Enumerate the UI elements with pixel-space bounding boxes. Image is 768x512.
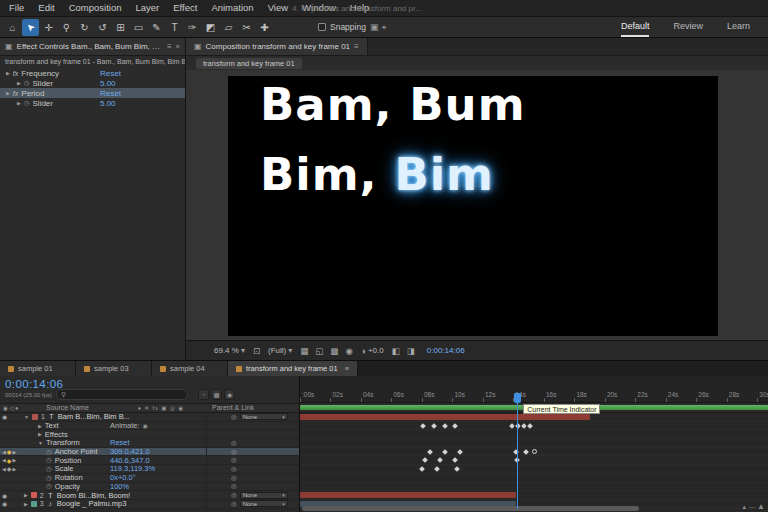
pen-tool[interactable]: ✎ bbox=[148, 19, 165, 36]
composition-viewport[interactable]: Bam, Bum Bim, Bim bbox=[186, 70, 768, 340]
reset-link[interactable]: Reset bbox=[100, 89, 121, 98]
visibility-icon[interactable]: ◉ bbox=[2, 492, 7, 499]
animate-add-icon[interactable]: ◉ bbox=[143, 422, 148, 429]
keyframe-diamond[interactable] bbox=[454, 466, 460, 472]
prev-keyframe-icon[interactable]: ◀ bbox=[2, 457, 6, 463]
menu-edit[interactable]: Edit bbox=[31, 0, 61, 16]
clone-stamp-tool[interactable]: ◩ bbox=[202, 19, 219, 36]
keyframe-diamond[interactable] bbox=[442, 423, 448, 429]
property-row[interactable]: ◷Opacity100%◎ bbox=[0, 483, 299, 492]
next-keyframe-icon[interactable]: ▶ bbox=[12, 449, 16, 455]
eraser-tool[interactable]: ▱ bbox=[220, 19, 237, 36]
zoom-out-icon[interactable] bbox=[741, 504, 747, 510]
timeline-tab[interactable]: sample 03 bbox=[76, 361, 152, 376]
keyframe-diamond[interactable] bbox=[431, 423, 437, 429]
timeline-tab[interactable]: sample 04 bbox=[152, 361, 228, 376]
property-value[interactable]: Reset bbox=[110, 438, 130, 447]
effect-row[interactable]: ▶fxFrequencyReset bbox=[0, 68, 185, 78]
layer-name[interactable]: Bam B...Bim, Bim B... bbox=[58, 412, 130, 421]
slider-value[interactable]: 5.00 bbox=[100, 79, 116, 88]
keyframe-diamond[interactable] bbox=[523, 449, 529, 455]
keyframe-diamond[interactable] bbox=[453, 457, 459, 463]
shy-layers-icon[interactable]: ◔ bbox=[198, 389, 209, 400]
keyframe-diamond[interactable] bbox=[453, 423, 459, 429]
timeline-ruler[interactable]: :00s02s04s06s08s10s12s14s16s18s20s22s24s… bbox=[300, 376, 768, 403]
menu-file[interactable]: File bbox=[2, 0, 31, 16]
viewer-timecode[interactable]: 0:00:14:06 bbox=[427, 346, 465, 355]
property-name[interactable]: Rotation bbox=[55, 473, 83, 482]
parent-dropdown[interactable]: None▾ bbox=[240, 492, 288, 499]
pickwhip-icon[interactable]: ◎ bbox=[231, 474, 237, 482]
hand-tool[interactable]: ✛ bbox=[40, 19, 57, 36]
prev-keyframe-icon[interactable]: ◀ bbox=[2, 449, 6, 455]
timeline-search-input[interactable] bbox=[56, 389, 188, 400]
menu-effect[interactable]: Effect bbox=[166, 0, 204, 16]
comp-nav-button[interactable]: transform and key frame 01 bbox=[196, 58, 302, 69]
stopwatch-icon[interactable]: ◷ bbox=[46, 456, 52, 464]
zoom-control[interactable]: 69.4 % bbox=[214, 346, 245, 355]
stopwatch-icon[interactable]: ◷ bbox=[24, 99, 30, 107]
shape-tool[interactable]: ▭ bbox=[130, 19, 147, 36]
keyframe-diamond[interactable] bbox=[427, 449, 433, 455]
panel-menu-icon[interactable]: ≡ bbox=[345, 364, 349, 373]
property-value[interactable]: 440.6,347.0 bbox=[110, 456, 150, 465]
transparency-grid-icon[interactable]: ▩ bbox=[330, 346, 338, 356]
puppet-pin-tool[interactable]: ✚ bbox=[256, 19, 273, 36]
rotation-tool[interactable]: ↺ bbox=[94, 19, 111, 36]
roto-brush-tool[interactable]: ✂ bbox=[238, 19, 255, 36]
property-value[interactable]: 100% bbox=[110, 482, 129, 491]
property-name[interactable]: Anchor Point bbox=[55, 447, 98, 456]
pickwhip-icon[interactable]: ◎ bbox=[231, 500, 237, 508]
stopwatch-icon[interactable]: ◷ bbox=[46, 465, 52, 473]
slider-value[interactable]: 5.00 bbox=[100, 99, 116, 108]
camera-icon[interactable]: ◉ bbox=[345, 346, 352, 356]
pickwhip-icon[interactable]: ◎ bbox=[231, 482, 237, 490]
twirl-icon[interactable]: ▼ bbox=[24, 414, 29, 420]
keyframe-circle[interactable] bbox=[532, 449, 537, 454]
zoom-tool[interactable]: ⚲ bbox=[58, 19, 75, 36]
selection-tool[interactable]: ➤ bbox=[22, 19, 39, 36]
exposure-control[interactable]: +0.0 bbox=[361, 346, 384, 356]
next-keyframe-icon[interactable]: ▶ bbox=[12, 466, 16, 472]
snapping-checkbox[interactable] bbox=[318, 23, 326, 31]
type-tool[interactable]: T bbox=[166, 19, 183, 36]
snap-to-guides-icon[interactable]: ⌖ bbox=[381, 22, 386, 33]
pickwhip-icon[interactable]: ◎ bbox=[231, 456, 237, 464]
keyframe-diamond[interactable] bbox=[437, 457, 443, 463]
horizontal-scrollbar[interactable] bbox=[302, 506, 639, 511]
twirl-icon[interactable]: ▶ bbox=[24, 501, 28, 507]
property-value[interactable]: 309.0,421.0 bbox=[110, 447, 150, 456]
channels-icon[interactable]: ◨ bbox=[407, 346, 415, 356]
property-name[interactable]: Scale bbox=[55, 464, 74, 473]
twirl-icon[interactable]: ▶ bbox=[17, 100, 21, 106]
home-tool[interactable]: ⌂ bbox=[4, 19, 21, 36]
pickwhip-icon[interactable]: ◎ bbox=[231, 491, 237, 499]
property-row[interactable]: ◷Rotation0x+0.0°◎ bbox=[0, 474, 299, 483]
property-row[interactable]: ▶Effects bbox=[0, 430, 299, 439]
label-chip[interactable] bbox=[31, 501, 37, 507]
layer-duration-bar[interactable] bbox=[300, 492, 516, 498]
composition-canvas[interactable]: Bam, Bum Bim, Bim bbox=[228, 76, 718, 336]
pickwhip-icon[interactable]: ◎ bbox=[231, 413, 237, 421]
property-value[interactable]: 119.3,119.3% bbox=[110, 464, 155, 473]
stopwatch-icon[interactable]: ◷ bbox=[46, 448, 52, 456]
visibility-icon[interactable]: ◉ bbox=[2, 500, 7, 507]
timeline-tab[interactable]: sample 01 bbox=[0, 361, 76, 376]
keyframe-diamond[interactable] bbox=[419, 466, 425, 472]
frame-blending-icon[interactable]: ▩ bbox=[211, 389, 222, 400]
prev-keyframe-icon[interactable]: ◀ bbox=[2, 466, 6, 472]
layer-name[interactable]: Boogie _ Palmu.mp3 bbox=[57, 499, 127, 508]
layer-duration-bar[interactable] bbox=[300, 414, 590, 420]
effect-controls-tab[interactable]: Effect Controls Bam., Bam, Bum Bim, Bim … bbox=[0, 38, 185, 56]
next-keyframe-icon[interactable]: ▶ bbox=[12, 457, 16, 463]
layer-row[interactable]: ◉▶2TBoom Bl...Bim, Boom!◎None▾ bbox=[0, 491, 299, 500]
safe-zones-icon[interactable]: ⊡ bbox=[253, 346, 260, 356]
pickwhip-icon[interactable]: ◎ bbox=[231, 465, 237, 473]
stopwatch-icon[interactable]: ◷ bbox=[46, 474, 52, 482]
effect-row[interactable]: ▶fxPeriodReset bbox=[0, 88, 185, 98]
twirl-icon[interactable]: ▶ bbox=[6, 90, 10, 96]
twirl-icon[interactable]: ▶ bbox=[6, 70, 10, 76]
menu-view[interactable]: View bbox=[261, 0, 295, 16]
property-value[interactable]: 0x+0.0° bbox=[110, 473, 136, 482]
twirl-icon[interactable]: ▶ bbox=[24, 492, 28, 498]
